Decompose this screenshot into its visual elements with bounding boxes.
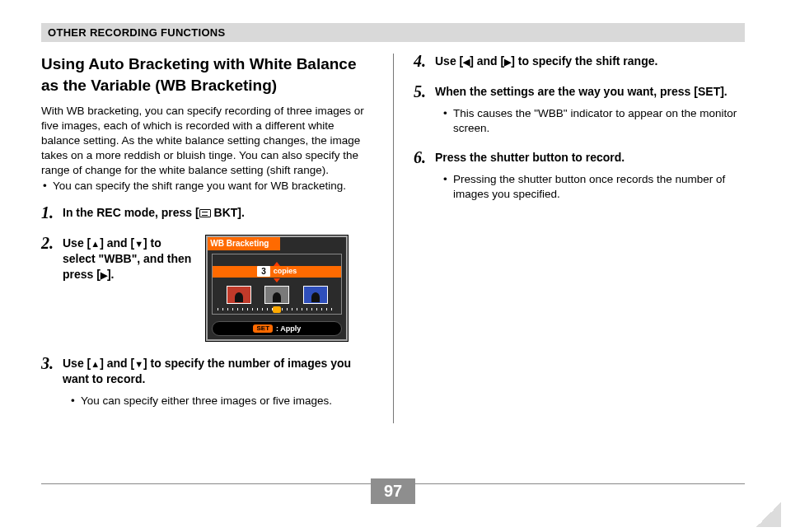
person-icon xyxy=(311,292,320,302)
step-4: Use [◀] and [▶] to specify the shift ran… xyxy=(414,54,745,69)
step-2-text-b: ] and [ xyxy=(100,236,134,250)
lcd-footer: SET : Apply xyxy=(212,321,342,336)
steps-list-right: Use [◀] and [▶] to specify the shift ran… xyxy=(414,54,745,202)
step-1-text-a: In the REC mode, press [ xyxy=(63,206,199,219)
down-triangle-icon: ▼ xyxy=(134,360,143,369)
lcd-copies-number: 3 xyxy=(257,266,270,278)
lcd-inner: 3 copies xyxy=(212,254,342,315)
down-triangle-icon: ▼ xyxy=(134,240,143,249)
intro-paragraph: With WB bracketing, you can specify reco… xyxy=(41,104,373,177)
page-curl-icon xyxy=(756,502,781,527)
step-5-bullet: This causes the "WBB" indicator to appea… xyxy=(435,106,745,136)
right-triangle-icon: ▶ xyxy=(101,271,107,280)
step-6-bullet: Pressing the shutter button once records… xyxy=(435,172,745,202)
lcd-thumbnails xyxy=(213,286,341,304)
step-5-text: When the settings are the way you want, … xyxy=(435,85,728,98)
lcd-screenshot: WB Bracketing 3 copies xyxy=(206,236,348,341)
lcd-thumb-blue xyxy=(303,286,328,304)
bkt-icon xyxy=(199,209,211,217)
intro-bullet: You can specify the shift range you want… xyxy=(41,179,373,194)
page-number: 97 xyxy=(371,478,415,504)
lcd-thumb-red xyxy=(227,286,251,304)
step-3-text-a: Use [ xyxy=(63,357,91,370)
step-2: Use [▲] and [▼] to select "WBB", and the… xyxy=(41,236,373,341)
section-header-text: OTHER RECORDING FUNCTIONS xyxy=(48,26,226,39)
lcd-set-label: SET xyxy=(253,324,273,334)
right-column: Use [◀] and [▶] to specify the shift ran… xyxy=(393,54,745,423)
section-header-bar: OTHER RECORDING FUNCTIONS xyxy=(41,23,745,42)
steps-list-left: In the REC mode, press [ BKT]. Use [▲] a… xyxy=(41,205,373,408)
step-3: Use [▲] and [▼] to specify the number of… xyxy=(41,356,373,408)
step-6: Press the shutter button to record. Pres… xyxy=(414,150,745,202)
step-4-text-a: Use [ xyxy=(435,54,463,68)
page-title: Using Auto Bracketing with White Balance… xyxy=(41,54,373,96)
up-triangle-icon: ▲ xyxy=(91,360,100,369)
step-1: In the REC mode, press [ BKT]. xyxy=(41,205,373,221)
step-3-bullet: You can specify either three images or f… xyxy=(63,394,373,408)
person-icon xyxy=(235,292,243,302)
step-2-text-d: ]. xyxy=(107,268,115,281)
up-triangle-icon: ▲ xyxy=(91,240,100,249)
lcd-title: WB Bracketing xyxy=(208,237,280,250)
page-number-container: 97 xyxy=(0,478,786,504)
lcd-slider-knob xyxy=(273,306,281,313)
lcd-arrow-down-icon xyxy=(274,278,280,282)
step-4-text-c: ] to specify the shift range. xyxy=(511,54,657,68)
left-column: Using Auto Bracketing with White Balance… xyxy=(41,54,393,423)
step-2-text-a: Use [ xyxy=(63,236,91,250)
person-icon xyxy=(273,292,281,302)
lcd-thumb-neutral xyxy=(264,286,289,304)
step-6-text: Press the shutter button to record. xyxy=(435,151,625,164)
step-4-text-b: ] and [ xyxy=(470,54,504,68)
step-1-text-b: BKT]. xyxy=(211,206,245,219)
lcd-apply-label: : Apply xyxy=(276,324,301,334)
step-5: When the settings are the way you want, … xyxy=(414,84,745,136)
step-3-text-b: ] and [ xyxy=(100,357,134,370)
lcd-copies-bar: 3 copies xyxy=(213,266,341,278)
two-column-layout: Using Auto Bracketing with White Balance… xyxy=(41,54,745,423)
lcd-copies-label: copies xyxy=(274,266,297,276)
